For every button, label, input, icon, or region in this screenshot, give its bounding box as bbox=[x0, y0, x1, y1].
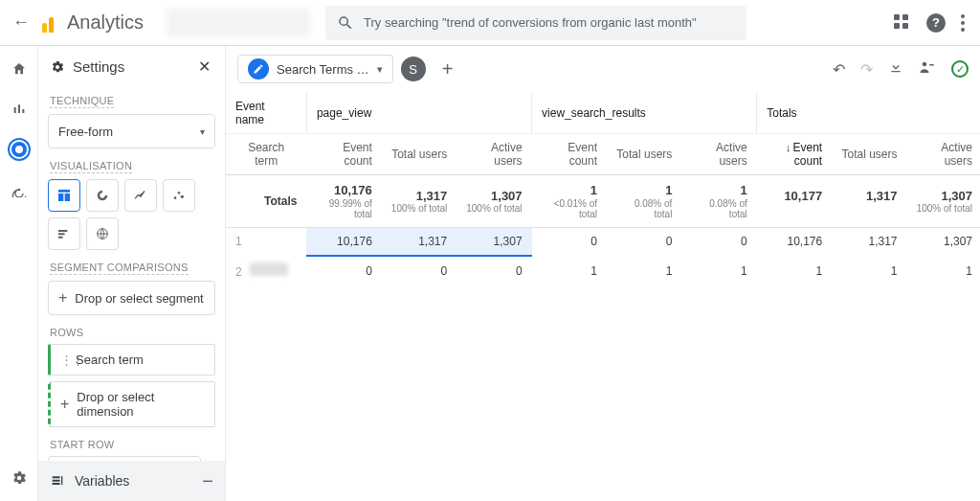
apps-icon[interactable] bbox=[894, 14, 911, 32]
add-tab-button[interactable]: + bbox=[434, 58, 462, 80]
nav-advertising-icon[interactable] bbox=[8, 178, 31, 201]
help-icon[interactable]: ? bbox=[926, 13, 946, 33]
totals-label: Totals bbox=[226, 175, 306, 228]
plus-icon: + bbox=[60, 396, 69, 413]
analytics-logo-icon bbox=[42, 13, 61, 33]
technique-value: Free-form bbox=[58, 125, 113, 139]
main-content: Search Terms … ▾ S + ↶ ↷ ✓ Event name pa… bbox=[226, 46, 980, 501]
col-group-event-name: Event name bbox=[226, 92, 306, 134]
nav-explore-icon[interactable] bbox=[8, 138, 31, 161]
col-vsr-event-count[interactable]: Event count bbox=[532, 134, 607, 175]
svg-point-2 bbox=[17, 189, 20, 192]
technique-dropdown[interactable]: Free-form ▾ bbox=[48, 114, 215, 148]
col-search-term[interactable]: Search term bbox=[226, 134, 306, 175]
col-vsr-active-users[interactable]: Active users bbox=[681, 134, 756, 175]
segment-drop-text: Drop or select segment bbox=[75, 291, 203, 306]
col-group-totals: Totals bbox=[757, 92, 980, 134]
term-redacted bbox=[250, 262, 288, 276]
segment-label: SEGMENT COMPARISONS bbox=[50, 262, 189, 275]
search-icon bbox=[337, 14, 354, 32]
search-input[interactable]: Try searching "trend of conversions from… bbox=[325, 6, 746, 40]
tab-avatar[interactable]: S bbox=[401, 57, 426, 81]
rows-drop-text: Drop or select dimension bbox=[77, 390, 205, 419]
svg-point-5 bbox=[181, 195, 184, 198]
settings-title: Settings bbox=[73, 58, 124, 75]
more-menu-icon[interactable] bbox=[961, 14, 965, 32]
nav-home-icon[interactable] bbox=[8, 57, 31, 80]
tab-chip[interactable]: Search Terms … ▾ bbox=[237, 55, 393, 83]
svg-point-0 bbox=[15, 146, 23, 153]
variables-label: Variables bbox=[75, 473, 129, 489]
rows-dropzone[interactable]: + Drop or select dimension bbox=[48, 381, 215, 427]
svg-point-7 bbox=[923, 62, 927, 67]
segment-dropzone[interactable]: + Drop or select segment bbox=[48, 281, 215, 315]
col-pv-event-count[interactable]: Event count bbox=[306, 134, 381, 175]
explore-toolbar: Search Terms … ▾ S + ↶ ↷ ✓ bbox=[226, 46, 980, 92]
gear-icon bbox=[50, 59, 65, 75]
svg-point-4 bbox=[178, 192, 181, 194]
svg-point-3 bbox=[174, 196, 177, 199]
col-vsr-total-users[interactable]: Total users bbox=[607, 134, 681, 175]
col-tot-total-users[interactable]: Total users bbox=[832, 134, 906, 175]
undo-icon[interactable]: ↶ bbox=[833, 60, 845, 79]
start-row-label: START ROW bbox=[50, 439, 213, 450]
viz-scatter-icon[interactable] bbox=[163, 179, 195, 212]
col-tot-event-count[interactable]: ↓Event count bbox=[757, 134, 832, 175]
table-row[interactable]: 2 0 0 0 1 1 1 1 1 1 bbox=[226, 256, 980, 285]
nav-reports-icon[interactable] bbox=[8, 98, 31, 121]
chevron-down-icon: ▾ bbox=[377, 63, 383, 76]
col-pv-active-users[interactable]: Active users bbox=[457, 134, 531, 175]
col-tot-active-users[interactable]: Active users bbox=[907, 134, 980, 175]
property-selector[interactable] bbox=[167, 9, 310, 37]
technique-label: TECHNIQUE bbox=[50, 95, 114, 108]
download-icon[interactable] bbox=[888, 59, 903, 79]
viz-grid bbox=[48, 179, 215, 250]
tab-label: Search Terms … bbox=[277, 62, 369, 77]
variables-icon bbox=[50, 473, 65, 489]
viz-table-icon[interactable] bbox=[48, 179, 80, 212]
status-ok-icon[interactable]: ✓ bbox=[951, 60, 969, 78]
top-header: ← Analytics Try searching "trend of conv… bbox=[0, 0, 980, 46]
close-icon[interactable]: ✕ bbox=[194, 57, 213, 76]
app-title: Analytics bbox=[67, 11, 144, 34]
drag-handle-icon: ⋮⋮ bbox=[60, 353, 68, 367]
sort-desc-icon: ↓ bbox=[786, 142, 791, 153]
col-group-page-view: page_view bbox=[306, 92, 531, 134]
redo-icon[interactable]: ↷ bbox=[860, 60, 873, 79]
nav-admin-icon[interactable] bbox=[8, 467, 31, 490]
table-row[interactable]: 1 10,176 1,317 1,307 0 0 0 10,176 1,317 … bbox=[226, 227, 980, 256]
share-remove-icon[interactable] bbox=[919, 58, 936, 80]
rows-label: ROWS bbox=[50, 327, 213, 338]
totals-row: Totals 10,17699.99% of total 1,317100% o… bbox=[226, 175, 980, 228]
rows-value: Search term bbox=[76, 353, 144, 367]
logo-wrap[interactable]: Analytics bbox=[34, 11, 151, 34]
back-button[interactable]: ← bbox=[8, 12, 34, 33]
viz-donut-icon[interactable] bbox=[86, 179, 119, 212]
col-pv-total-users[interactable]: Total users bbox=[382, 134, 457, 175]
edit-icon bbox=[248, 58, 269, 80]
variables-bar[interactable]: Variables − bbox=[38, 461, 225, 501]
data-table: Event name page_view view_search_results… bbox=[226, 92, 980, 285]
rows-dimension-chip[interactable]: ⋮⋮ Search term bbox=[48, 344, 215, 376]
col-group-view-search-results: view_search_results bbox=[532, 92, 757, 134]
visualisation-label: VISUALISATION bbox=[50, 160, 132, 173]
search-placeholder: Try searching "trend of conversions from… bbox=[364, 15, 697, 30]
viz-bar-icon[interactable] bbox=[48, 217, 80, 250]
nav-rail bbox=[0, 46, 38, 501]
chevron-down-icon: ▾ bbox=[200, 126, 205, 137]
collapse-icon[interactable]: − bbox=[202, 470, 213, 492]
plus-icon: + bbox=[58, 289, 67, 307]
settings-panel: Settings ✕ TECHNIQUE Free-form ▾ VISUALI… bbox=[38, 46, 226, 501]
viz-line-icon[interactable] bbox=[124, 179, 157, 212]
viz-geo-icon[interactable] bbox=[86, 217, 119, 250]
